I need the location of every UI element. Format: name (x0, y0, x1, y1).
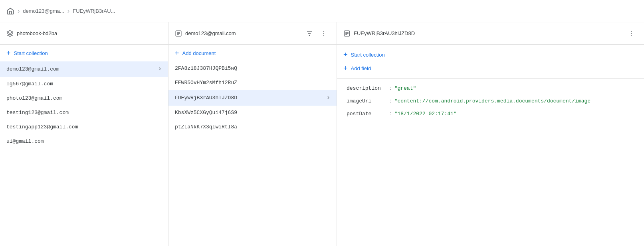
panel-middle-header: demo123@gmail.com (168, 22, 337, 45)
field-key: description (347, 85, 386, 91)
document-icon-middle (175, 30, 182, 37)
field-value: "18/1/2022 02:17:41" (394, 111, 457, 117)
field-colon: : (390, 98, 391, 104)
panel-middle-title: demo123@gmail.com (185, 30, 300, 36)
svg-marker-0 (7, 30, 13, 33)
panel-left: photobook-bd2ba + Start collection demo1… (0, 22, 168, 246)
start-collection-button-left[interactable]: + Start collection (0, 45, 168, 61)
field-row: imageUri:"content://com.android.provider… (337, 94, 644, 107)
plus-icon-middle: + (175, 49, 179, 57)
breadcrumb-separator-1: › (18, 8, 20, 15)
left-list-item[interactable]: lg567@gmail.com (0, 77, 168, 91)
left-list-item[interactable]: testingapp123@gmail.com (0, 120, 168, 134)
right-actions: + Start collection + Add field (337, 45, 644, 79)
add-field-label: Add field (351, 65, 371, 71)
start-collection-label-left: Start collection (14, 50, 48, 56)
svg-point-11 (323, 35, 324, 36)
left-list-item[interactable]: testing123@gmail.com (0, 106, 168, 120)
panel-middle-actions (303, 27, 330, 40)
panel-right-actions (625, 27, 638, 40)
svg-point-18 (631, 35, 632, 36)
field-colon: : (390, 85, 391, 91)
middle-list-item-text: EEWR5OvHYm2sMfh12RuZ (175, 80, 330, 86)
middle-list-item-text: KbsXWz5CXGyQui47j6S9 (175, 110, 330, 116)
breadcrumb-separator-2: › (67, 8, 69, 15)
left-list-item-text: testing123@gmail.com (6, 110, 162, 116)
field-colon: : (390, 110, 391, 116)
panel-right-header: FUEyWRjB3rAU3hlJZD8D (337, 22, 644, 45)
home-icon[interactable] (6, 7, 14, 15)
breadcrumb-item-2[interactable]: FUEyWRjB3rAU... (73, 8, 115, 14)
plus-icon-right-field: + (343, 65, 348, 72)
middle-list-item[interactable]: KbsXWz5CXGyQui47j6S9 (168, 106, 337, 120)
panel-left-header: photobook-bd2ba (0, 22, 168, 45)
more-button-right[interactable] (625, 27, 638, 40)
middle-list-item-text: 2FA8z18J387HJQPBi5wQ (175, 65, 330, 71)
filter-button[interactable] (303, 27, 316, 40)
panel-right-title: FUEyWRjB3rAU3hlJZD8D (354, 30, 622, 36)
add-document-button[interactable]: + Add document (168, 45, 337, 61)
left-list-item-text: ui@gmail.com (6, 138, 162, 144)
svg-point-9 (323, 31, 324, 31)
add-document-label: Add document (182, 50, 216, 56)
field-key: postDate (347, 111, 386, 117)
left-list-item-text: demo123@gmail.com (6, 66, 158, 72)
chevron-right-icon: › (158, 65, 162, 73)
start-collection-button-right[interactable]: + Start collection (337, 48, 644, 61)
panel-left-title: photobook-bd2ba (17, 30, 162, 36)
start-collection-label-right: Start collection (351, 52, 385, 58)
field-row: postDate:"18/1/2022 02:17:41" (337, 107, 644, 120)
middle-list-item[interactable]: FUEyWRjB3rAU3hlJZD8D› (168, 90, 337, 106)
left-list-item-text: photo123@gmail.com (6, 95, 162, 101)
middle-list-item[interactable]: EEWR5OvHYm2sMfh12RuZ (168, 76, 337, 90)
left-list-item[interactable]: demo123@gmail.com› (0, 61, 168, 77)
field-value: "content://com.android.providers.media.d… (394, 98, 590, 104)
plus-icon-left: + (6, 49, 11, 57)
fields-area: description:"great"imageUri:"content://c… (337, 79, 644, 246)
svg-point-10 (323, 33, 324, 33)
plus-icon-right-collection: + (343, 51, 348, 58)
left-list-item-text: testingapp123@gmail.com (6, 124, 162, 130)
add-field-button[interactable]: + Add field (337, 61, 644, 75)
field-row: description:"great" (337, 82, 644, 94)
panel-middle: demo123@gmail.com (168, 22, 337, 246)
breadcrumb-item-1[interactable]: demo123@gma... (23, 8, 64, 14)
main-content: photobook-bd2ba + Start collection demo1… (0, 22, 644, 246)
chevron-right-icon: › (326, 94, 330, 101)
layers-icon (6, 30, 14, 37)
left-list-item[interactable]: photo123@gmail.com (0, 91, 168, 106)
left-list-item[interactable]: ui@gmail.com (0, 134, 168, 149)
field-key: imageUri (347, 98, 386, 104)
middle-list-item-text: FUEyWRjB3rAU3hlJZD8D (175, 95, 326, 101)
middle-list: 2FA8z18J387HJQPBi5wQEEWR5OvHYm2sMfh12RuZ… (168, 61, 337, 246)
document-icon-right (343, 30, 351, 37)
middle-list-item-text: ptZLaNkK7X3qlwiRtI8a (175, 124, 330, 130)
field-value: "great" (394, 85, 416, 91)
left-list: demo123@gmail.com›lg567@gmail.comphoto12… (0, 61, 168, 246)
breadcrumb-bar: › demo123@gma... › FUEyWRjB3rAU... (0, 0, 644, 22)
middle-list-item[interactable]: 2FA8z18J387HJQPBi5wQ (168, 61, 337, 76)
left-list-item-text: lg567@gmail.com (6, 81, 162, 87)
panel-right: FUEyWRjB3rAU3hlJZD8D + Start collection … (337, 22, 644, 246)
svg-point-17 (631, 33, 632, 33)
more-button-middle[interactable] (317, 27, 330, 40)
middle-list-item[interactable]: ptZLaNkK7X3qlwiRtI8a (168, 120, 337, 134)
svg-point-16 (631, 31, 632, 31)
svg-point-8 (309, 35, 310, 35)
